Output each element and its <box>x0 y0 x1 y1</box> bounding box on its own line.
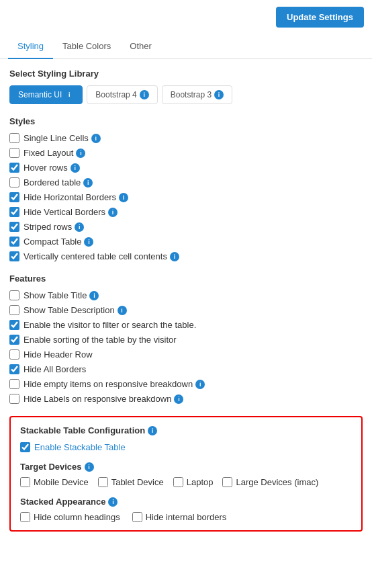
device-tablet: Tablet Device <box>98 477 164 487</box>
compact-table-info-icon[interactable]: i <box>84 237 93 247</box>
library-buttons: Semantic UI i Bootstrap 4 i Bootstrap 3 … <box>9 85 363 104</box>
device-laptop: Laptop <box>173 477 214 487</box>
style-striped-rows: Striped rows i <box>9 222 363 232</box>
style-hide-vertical-borders: Hide Vertical Borders i <box>9 207 363 217</box>
enable-filter-search-checkbox[interactable] <box>9 320 19 330</box>
hide-empty-items-checkbox[interactable] <box>9 379 19 389</box>
tab-table-colors[interactable]: Table Colors <box>53 34 120 59</box>
stacked-options-list: Hide column headings Hide internal borde… <box>20 512 352 522</box>
style-bordered-table: Bordered table i <box>9 177 363 187</box>
large-devices-checkbox[interactable] <box>222 477 232 487</box>
device-large: Large Devices (imac) <box>222 477 318 487</box>
features-section: Features Show Table Title i Show Table D… <box>9 274 363 404</box>
stacked-appearance-section: Stacked Appearance i Hide column heading… <box>20 497 352 522</box>
bootstrap3-info-icon[interactable]: i <box>214 90 224 99</box>
single-line-cells-checkbox[interactable] <box>9 133 19 143</box>
feature-show-table-title: Show Table Title i <box>9 290 363 300</box>
hide-header-row-checkbox[interactable] <box>9 349 19 360</box>
stacked-appearance-info-icon[interactable]: i <box>108 497 118 507</box>
lib-bootstrap4[interactable]: Bootstrap 4 i <box>87 85 157 104</box>
show-table-description-checkbox[interactable] <box>9 305 19 315</box>
hide-labels-responsive-info-icon[interactable]: i <box>174 394 183 404</box>
enable-stackable-checkbox[interactable] <box>20 442 30 452</box>
style-compact-table: Compact Table i <box>9 237 363 247</box>
hide-empty-items-info-icon[interactable]: i <box>195 380 205 389</box>
lib-semantic-ui[interactable]: Semantic UI i <box>9 85 83 104</box>
laptop-checkbox[interactable] <box>173 477 183 487</box>
top-bar: Update Settings <box>0 0 372 34</box>
style-hide-horizontal-borders: Hide Horizontal Borders i <box>9 192 363 202</box>
vertically-centered-checkbox[interactable] <box>9 251 19 261</box>
enable-sorting-checkbox[interactable] <box>9 335 19 345</box>
lib-bootstrap3[interactable]: Bootstrap 3 i <box>162 85 232 104</box>
tab-other[interactable]: Other <box>120 34 161 59</box>
styling-library-title: Select Styling Library <box>9 69 363 79</box>
hover-rows-info-icon[interactable]: i <box>71 163 80 173</box>
target-devices-info-icon[interactable]: i <box>85 462 94 472</box>
hide-col-headings-checkbox[interactable] <box>20 512 30 522</box>
feature-hide-empty-items: Hide empty items on responsive breakdown… <box>9 379 363 389</box>
style-fixed-layout: Fixed Layout i <box>9 148 363 158</box>
feature-enable-filter-search: Enable the visitor to filter or search t… <box>9 320 363 330</box>
hide-all-borders-checkbox[interactable] <box>9 364 19 374</box>
single-line-cells-info-icon[interactable]: i <box>91 134 101 143</box>
striped-rows-checkbox[interactable] <box>9 222 19 232</box>
stackable-config-title: Stackable Table Configuration i <box>20 425 352 435</box>
semantic-ui-info-icon[interactable]: i <box>64 90 74 99</box>
bootstrap4-info-icon[interactable]: i <box>140 90 149 99</box>
target-devices-title: Target Devices i <box>20 462 352 472</box>
hide-internal-borders-checkbox[interactable] <box>132 512 142 522</box>
hide-labels-responsive-checkbox[interactable] <box>9 394 19 404</box>
style-hover-rows: Hover rows i <box>9 163 363 173</box>
show-table-description-info-icon[interactable]: i <box>118 306 127 315</box>
device-mobile: Mobile Device <box>20 477 89 487</box>
striped-rows-info-icon[interactable]: i <box>75 222 84 232</box>
content-area: Select Styling Library Semantic UI i Boo… <box>0 59 372 541</box>
hide-horizontal-borders-checkbox[interactable] <box>9 192 19 202</box>
tablet-device-checkbox[interactable] <box>98 477 108 487</box>
stacked-appearance-title: Stacked Appearance i <box>20 497 352 507</box>
stacked-hide-col-headings: Hide column headings <box>20 512 120 522</box>
bordered-table-checkbox[interactable] <box>9 177 19 187</box>
vertically-centered-info-icon[interactable]: i <box>170 252 179 261</box>
hover-rows-checkbox[interactable] <box>9 163 19 173</box>
features-title: Features <box>9 274 363 284</box>
feature-hide-all-borders: Hide All Borders <box>9 364 363 374</box>
show-table-title-checkbox[interactable] <box>9 290 19 300</box>
mobile-device-checkbox[interactable] <box>20 477 30 487</box>
feature-enable-sorting: Enable sorting of the table by the visit… <box>9 335 363 345</box>
styles-section: Styles Single Line Cells i Fixed Layout … <box>9 116 363 261</box>
feature-show-table-description: Show Table Description i <box>9 305 363 315</box>
bordered-table-info-icon[interactable]: i <box>83 178 93 187</box>
target-devices-list: Mobile Device Tablet Device Laptop Large… <box>20 477 352 487</box>
fixed-layout-info-icon[interactable]: i <box>76 149 85 158</box>
feature-hide-header-row: Hide Header Row <box>9 349 363 360</box>
enable-stackable-item: Enable Stackable Table <box>20 442 352 452</box>
fixed-layout-checkbox[interactable] <box>9 148 19 158</box>
style-vertically-centered: Vertically centered table cell contents … <box>9 251 363 261</box>
update-settings-button[interactable]: Update Settings <box>276 7 364 28</box>
stackable-config-section: Stackable Table Configuration i Enable S… <box>9 416 363 532</box>
stackable-config-info-icon[interactable]: i <box>148 426 157 435</box>
compact-table-checkbox[interactable] <box>9 237 19 247</box>
show-table-title-info-icon[interactable]: i <box>89 291 99 300</box>
tabs-container: Styling Table Colors Other <box>0 34 372 59</box>
styles-title: Styles <box>9 116 363 126</box>
hide-horizontal-borders-info-icon[interactable]: i <box>119 193 128 202</box>
hide-vertical-borders-checkbox[interactable] <box>9 207 19 217</box>
tab-styling[interactable]: Styling <box>8 34 53 59</box>
stacked-hide-internal-borders: Hide internal borders <box>132 512 227 522</box>
feature-hide-labels-responsive: Hide Labels on responsive breakdown i <box>9 394 363 404</box>
hide-vertical-borders-info-icon[interactable]: i <box>108 208 118 217</box>
style-single-line-cells: Single Line Cells i <box>9 133 363 143</box>
styling-library-section: Select Styling Library Semantic UI i Boo… <box>9 69 363 104</box>
